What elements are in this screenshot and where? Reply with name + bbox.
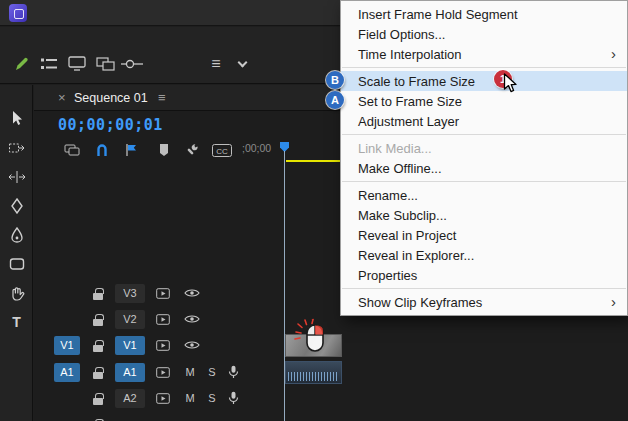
home-icon[interactable] xyxy=(9,4,27,22)
right-click-mouse-annotation xyxy=(292,318,332,358)
track-name-button[interactable]: A2 xyxy=(115,389,145,408)
source-patch-v1[interactable]: V1 xyxy=(54,336,80,355)
selection-tool[interactable] xyxy=(5,107,28,130)
tab-close-icon[interactable]: × xyxy=(58,90,66,105)
dual-monitor-icon[interactable] xyxy=(94,53,118,75)
premiere-window: ≡ T × xyxy=(0,0,628,421)
track-header-v3: V3 xyxy=(54,282,200,304)
ruler-timecode-label: ;00;00 xyxy=(242,142,271,154)
edit-pen-icon[interactable] xyxy=(10,53,34,75)
track-lock-icon[interactable] xyxy=(93,345,103,352)
source-patch-slot[interactable] xyxy=(54,310,80,329)
menu-item-make-offline[interactable]: Make Offline... xyxy=(341,158,627,178)
track-monitor-icon[interactable] xyxy=(156,367,172,378)
menu-item-show-clip-keyframes[interactable]: Show Clip Keyframes› xyxy=(341,292,627,312)
menu-item-scale-to-frame-size[interactable]: Scale to Frame Size xyxy=(341,71,627,91)
voiceover-mic-icon[interactable] xyxy=(228,365,239,379)
marker-icon[interactable] xyxy=(154,142,174,158)
panel-menu-icon[interactable]: ≡ xyxy=(158,90,166,105)
mute-button[interactable]: M xyxy=(184,392,196,404)
track-output-eye-icon[interactable] xyxy=(184,340,200,350)
hand-tool[interactable] xyxy=(5,281,28,304)
solo-button[interactable]: S xyxy=(206,366,218,378)
solo-button[interactable]: S xyxy=(206,392,218,404)
track-lock-icon[interactable] xyxy=(93,293,103,300)
track-name-button[interactable]: V1 xyxy=(115,336,145,355)
track-header-a1: A1 A1 M S xyxy=(54,361,239,383)
menu-item-adjustment-layer[interactable]: Adjustment Layer xyxy=(341,111,627,131)
menu-item-set-to-frame-size[interactable]: Set to Frame Size xyxy=(341,91,627,111)
menu-item-link-media: Link Media... xyxy=(341,138,627,158)
menu-item-rename[interactable]: Rename... xyxy=(341,185,627,205)
mouse-cursor xyxy=(503,73,518,98)
source-patch-slot[interactable] xyxy=(54,284,80,303)
track-output-eye-icon[interactable] xyxy=(184,314,200,324)
track-header-a2: A2 M S xyxy=(54,387,239,409)
menu-item-reveal-in-project[interactable]: Reveal in Project xyxy=(341,225,627,245)
menu-item-time-interpolation[interactable]: Time Interpolation› xyxy=(341,44,627,64)
audio-clip-thumbnail[interactable] xyxy=(285,361,342,384)
clip-list-icon[interactable] xyxy=(37,53,61,75)
svg-text:CC: CC xyxy=(216,146,228,155)
nest-toggle-icon[interactable] xyxy=(62,142,82,158)
hamburger-menu-icon[interactable]: ≡ xyxy=(204,53,228,75)
playhead-timecode[interactable]: 00;00;00;01 xyxy=(58,116,163,134)
track-name-button[interactable]: V2 xyxy=(115,310,145,329)
rectangle-tool[interactable] xyxy=(5,252,28,275)
snap-magnet-icon[interactable] xyxy=(92,142,112,158)
submenu-arrow-icon: › xyxy=(611,293,616,310)
menu-separator xyxy=(342,134,626,135)
menu-item-make-subclip[interactable]: Make Subclip... xyxy=(341,205,627,225)
settings-wrench-icon[interactable] xyxy=(182,142,202,158)
track-output-eye-icon[interactable] xyxy=(184,288,200,298)
tools-panel: T xyxy=(0,85,33,421)
chevron-down-icon[interactable] xyxy=(230,53,254,75)
mute-button[interactable]: M xyxy=(184,366,196,378)
track-header-v1: V1 V1 xyxy=(54,334,200,356)
linked-selection-icon[interactable] xyxy=(122,142,142,158)
sequence-tab-title[interactable]: Sequence 01 xyxy=(74,91,148,105)
work-area-bar[interactable] xyxy=(286,160,340,162)
menu-separator xyxy=(342,288,626,289)
type-tool[interactable]: T xyxy=(5,310,28,333)
track-lock-icon[interactable] xyxy=(93,398,103,405)
captions-icon[interactable]: CC xyxy=(212,142,232,158)
annotation-badge-b: B xyxy=(326,71,344,89)
track-monitor-icon[interactable] xyxy=(156,288,172,299)
monitor-icon[interactable] xyxy=(65,53,89,75)
source-patch-a1[interactable]: A1 xyxy=(54,363,80,382)
track-name-button[interactable]: V3 xyxy=(115,284,145,303)
track-monitor-icon[interactable] xyxy=(156,314,172,325)
pen-tool[interactable] xyxy=(5,223,28,246)
menu-item-insert-frame-hold-segment[interactable]: Insert Frame Hold Segment xyxy=(341,4,627,24)
submenu-arrow-icon: › xyxy=(611,45,616,62)
annotation-badge-a: A xyxy=(326,91,344,109)
source-patch-slot[interactable] xyxy=(54,389,80,408)
track-monitor-icon[interactable] xyxy=(156,393,172,404)
track-lock-icon[interactable] xyxy=(93,319,103,326)
menu-item-properties[interactable]: Properties xyxy=(341,265,627,285)
track-header-partial xyxy=(54,413,115,421)
menu-item-reveal-in-explorer[interactable]: Reveal in Explorer... xyxy=(341,245,627,265)
context-menu: Insert Frame Hold Segment Field Options.… xyxy=(340,0,628,316)
razor-tool[interactable] xyxy=(5,194,28,217)
track-header-v2: V2 xyxy=(54,308,200,330)
track-lock-icon[interactable] xyxy=(93,372,103,379)
menu-item-field-options[interactable]: Field Options... xyxy=(341,24,627,44)
voiceover-mic-icon[interactable] xyxy=(228,391,239,405)
menu-separator xyxy=(342,67,626,68)
ripple-edit-tool[interactable] xyxy=(5,165,28,188)
track-select-tool[interactable] xyxy=(5,136,28,159)
menu-separator xyxy=(342,181,626,182)
track-monitor-icon[interactable] xyxy=(156,340,172,351)
track-name-button[interactable]: A1 xyxy=(115,363,145,382)
source-patch-slot[interactable] xyxy=(54,415,80,421)
slider-icon[interactable] xyxy=(120,53,144,75)
